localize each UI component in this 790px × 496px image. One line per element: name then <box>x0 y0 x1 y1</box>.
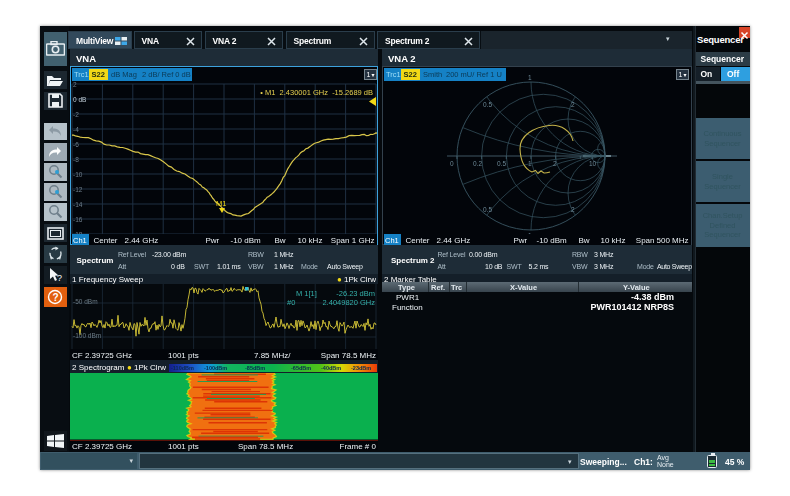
svg-text:0.5: 0.5 <box>483 101 492 108</box>
svg-text:M1: M1 <box>216 199 226 208</box>
svg-text:2: 2 <box>553 160 557 167</box>
svg-text:2: 2 <box>571 206 575 213</box>
svg-text:1: 1 <box>528 74 532 81</box>
svg-text:0: 0 <box>450 160 454 167</box>
svg-text:0.5: 0.5 <box>497 160 506 167</box>
svg-text:10: 10 <box>589 160 597 167</box>
svg-text:0.5: 0.5 <box>483 206 492 213</box>
svg-text:?: ? <box>57 273 62 283</box>
svg-text:?: ? <box>53 291 59 302</box>
svg-text:2: 2 <box>571 101 575 108</box>
svg-text:1: 1 <box>528 160 532 167</box>
svg-text:0.2: 0.2 <box>473 160 482 167</box>
